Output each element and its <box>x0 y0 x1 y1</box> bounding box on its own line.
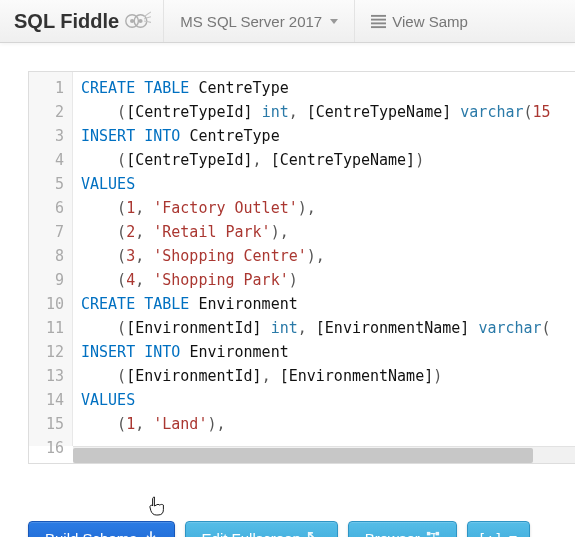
line-number: 1 <box>29 76 64 100</box>
code-line: INSERT INTO Environment <box>81 340 575 364</box>
code-line: VALUES <box>81 388 575 412</box>
svg-rect-10 <box>435 532 439 536</box>
view-sample-label: View Samp <box>392 13 468 30</box>
scrollbar-thumb[interactable] <box>73 448 533 463</box>
line-number: 13 <box>29 364 64 388</box>
line-number: 4 <box>29 148 64 172</box>
line-number-gutter: 12345678910111213141516 <box>29 72 73 446</box>
line-number: 10 <box>29 292 64 316</box>
svg-rect-9 <box>427 532 431 536</box>
line-number: 9 <box>29 268 64 292</box>
topbar: SQL Fiddle MS SQL Server 2017 View Samp <box>0 0 575 43</box>
line-number: 15 <box>29 412 64 436</box>
svg-rect-6 <box>371 22 386 24</box>
line-number: 2 <box>29 100 64 124</box>
brand[interactable]: SQL Fiddle <box>0 0 163 42</box>
caret-down-icon <box>330 19 338 24</box>
code-area[interactable]: CREATE TABLE CentreType ([CentreTypeId] … <box>73 72 575 446</box>
code-line: INSERT INTO CentreType <box>81 124 575 148</box>
edit-fullscreen-label: Edit Fullscreen <box>202 530 301 538</box>
code-line: ([CentreTypeId] int, [CentreTypeName] va… <box>81 100 575 124</box>
action-buttons: Build Schema Edit Fullscreen Browser [ ;… <box>28 521 530 537</box>
line-number: 5 <box>29 172 64 196</box>
code-line: ([EnvironmentId], [EnvironmentName]) <box>81 364 575 388</box>
tree-icon <box>426 531 440 537</box>
owl-logo-icon <box>123 10 151 32</box>
svg-point-3 <box>139 19 143 23</box>
line-number: 3 <box>29 124 64 148</box>
build-schema-button[interactable]: Build Schema <box>28 521 175 537</box>
db-engine-selector[interactable]: MS SQL Server 2017 <box>163 0 354 42</box>
code-line: (2, 'Retail Park'), <box>81 220 575 244</box>
svg-point-2 <box>130 19 134 23</box>
code-line: (3, 'Shopping Centre'), <box>81 244 575 268</box>
code-line: CREATE TABLE CentreType <box>81 76 575 100</box>
line-number: 6 <box>29 196 64 220</box>
terminator-button[interactable]: [ ; ] <box>467 521 530 537</box>
browser-label: Browser <box>365 530 420 538</box>
svg-rect-7 <box>371 26 386 28</box>
list-icon <box>371 14 386 29</box>
schema-editor[interactable]: 12345678910111213141516 CREATE TABLE Cen… <box>28 71 575 464</box>
fullscreen-icon <box>307 531 321 537</box>
view-sample-button[interactable]: View Samp <box>354 0 484 42</box>
build-schema-label: Build Schema <box>45 530 138 538</box>
code-line: ([EnvironmentId] int, [EnvironmentName] … <box>81 316 575 340</box>
svg-rect-5 <box>371 18 386 20</box>
line-number: 14 <box>29 388 64 412</box>
editor-wrap: 12345678910111213141516 CREATE TABLE Cen… <box>0 43 575 537</box>
svg-rect-4 <box>371 14 386 16</box>
download-icon <box>144 531 158 537</box>
horizontal-scrollbar[interactable] <box>73 446 575 463</box>
code-line: (1, 'Factory Outlet'), <box>81 196 575 220</box>
brand-label: SQL Fiddle <box>14 10 119 33</box>
line-number: 11 <box>29 316 64 340</box>
line-number: 16 <box>29 436 64 460</box>
line-number: 8 <box>29 244 64 268</box>
browser-button[interactable]: Browser <box>348 521 457 537</box>
code-line: ([CentreTypeId], [CentreTypeName]) <box>81 148 575 172</box>
code-line: (1, 'Land'), <box>81 412 575 436</box>
code-line: (4, 'Shopping Park') <box>81 268 575 292</box>
code-line: VALUES <box>81 172 575 196</box>
line-number: 12 <box>29 340 64 364</box>
line-number: 7 <box>29 220 64 244</box>
code-line: CREATE TABLE Environment <box>81 292 575 316</box>
edit-fullscreen-button[interactable]: Edit Fullscreen <box>185 521 338 537</box>
db-engine-label: MS SQL Server 2017 <box>180 13 322 30</box>
terminator-label: [ ; ] <box>480 530 501 538</box>
